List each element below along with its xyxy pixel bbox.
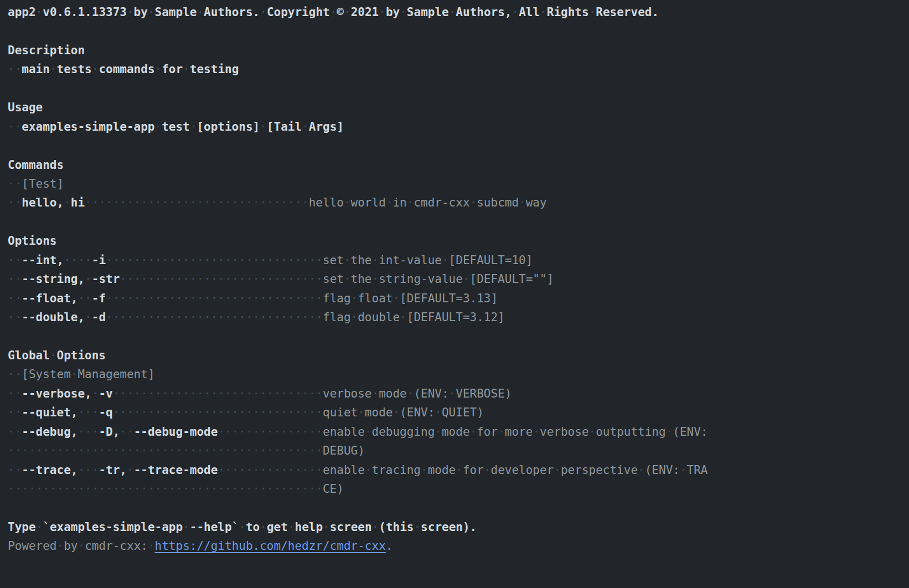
text-dim: mode bbox=[365, 406, 393, 419]
text-bright: --verbose, bbox=[22, 387, 91, 400]
whitespace-dots: · bbox=[50, 63, 57, 76]
whitespace-dots: · bbox=[50, 349, 57, 362]
text-dim: developer bbox=[491, 463, 554, 477]
text-bright: Authors. bbox=[204, 6, 260, 19]
text-dim: for bbox=[477, 425, 498, 439]
whitespace-dots: · bbox=[435, 425, 442, 439]
text-dim: by bbox=[64, 539, 78, 553]
text-bright: v0.6.1.13373 bbox=[43, 6, 127, 19]
whitespace-dots: · bbox=[344, 196, 351, 209]
text-bright: -i bbox=[92, 254, 106, 267]
whitespace-dots: · bbox=[190, 120, 197, 133]
whitespace-dots: · bbox=[407, 387, 414, 400]
whitespace-dots: · bbox=[78, 539, 85, 553]
whitespace-dots: · bbox=[638, 463, 645, 477]
cmdr-cxx-link[interactable]: https://github.com/hedzr/cmdr-cxx bbox=[155, 539, 386, 553]
command-row-hello: ··hello,·hi·····························… bbox=[8, 193, 909, 212]
option-row-verbose: ··--verbose,·-v·························… bbox=[8, 384, 909, 403]
option-row-trace-wrap: ········································… bbox=[8, 479, 909, 498]
whitespace-dots: ·· bbox=[8, 272, 22, 286]
option-row-int: ··--int,····-i··························… bbox=[8, 251, 909, 270]
text-dim: . bbox=[386, 539, 393, 553]
section-heading-options: Options bbox=[8, 231, 909, 250]
section-heading-commands: Commands bbox=[8, 156, 909, 174]
text-bright: examples-simple-app bbox=[22, 120, 154, 133]
whitespace-dots: ······························ bbox=[113, 406, 323, 419]
text-bright: help bbox=[295, 520, 323, 534]
text-bright: 2021 bbox=[351, 6, 379, 19]
text-bright: All bbox=[519, 6, 540, 19]
text-bright: -d bbox=[92, 311, 106, 324]
text-bright: © bbox=[337, 6, 344, 19]
blank-line bbox=[8, 327, 909, 345]
text-dim: int-value bbox=[379, 254, 442, 267]
text-bright: Options bbox=[8, 234, 57, 247]
whitespace-dots: · bbox=[36, 520, 43, 534]
whitespace-dots: · bbox=[392, 292, 400, 305]
text-bright: Authors, bbox=[456, 6, 512, 19]
whitespace-dots: · bbox=[414, 520, 421, 534]
whitespace-dots: · bbox=[36, 6, 43, 19]
whitespace-dots: · bbox=[666, 425, 673, 439]
whitespace-dots: · bbox=[498, 425, 505, 439]
whitespace-dots: · bbox=[372, 520, 379, 534]
whitespace-dots: · bbox=[540, 6, 547, 19]
whitespace-dots: · bbox=[155, 120, 162, 133]
whitespace-dots: ··· bbox=[78, 425, 99, 439]
text-bright: -str bbox=[92, 272, 120, 286]
option-row-string: ··--string,·-str························… bbox=[8, 270, 909, 288]
whitespace-dots: · bbox=[365, 425, 372, 439]
whitespace-dots: · bbox=[344, 6, 351, 19]
whitespace-dots: ··············· bbox=[218, 463, 323, 477]
text-bright: --help` bbox=[190, 520, 239, 534]
text-dim: float bbox=[358, 292, 392, 305]
text-bright: testing bbox=[190, 63, 239, 76]
whitespace-dots: · bbox=[589, 6, 596, 19]
text-bright: hi bbox=[71, 196, 85, 209]
text-bright: screen bbox=[330, 520, 372, 534]
option-row-quiet: ··--quiet,···-q·························… bbox=[8, 403, 909, 422]
whitespace-dots: · bbox=[351, 292, 358, 305]
text-bright: for bbox=[162, 63, 183, 76]
whitespace-dots: · bbox=[680, 463, 687, 477]
text-dim: set bbox=[323, 272, 344, 286]
text-dim: verbose bbox=[323, 387, 372, 400]
text-dim: debugging bbox=[372, 425, 435, 439]
whitespace-dots: ·· bbox=[78, 292, 91, 305]
text-bright: --debug-mode bbox=[134, 425, 218, 439]
text-dim: the bbox=[351, 254, 372, 267]
whitespace-dots: ······························· bbox=[106, 292, 323, 305]
whitespace-dots: · bbox=[344, 254, 351, 267]
text-dim: flag bbox=[323, 311, 351, 324]
blank-line bbox=[8, 79, 909, 98]
text-dim: more bbox=[505, 425, 533, 439]
whitespace-dots: · bbox=[470, 196, 477, 209]
text-bright: by bbox=[134, 6, 148, 19]
powered-by-line: Powered·by·cmdr-cxx:·https://github.com/… bbox=[8, 537, 909, 555]
text-bright: Description bbox=[8, 44, 85, 57]
whitespace-dots: · bbox=[288, 520, 295, 534]
whitespace-dots: ·· bbox=[8, 311, 22, 324]
text-bright: `examples-simple-app bbox=[43, 520, 183, 534]
text-bright: Args] bbox=[309, 120, 344, 133]
text-bright: --int, bbox=[22, 254, 64, 267]
whitespace-dots: ··· bbox=[78, 463, 99, 477]
whitespace-dots: · bbox=[260, 520, 267, 534]
text-dim: Powered bbox=[8, 539, 57, 553]
whitespace-dots: · bbox=[372, 254, 379, 267]
whitespace-dots: · bbox=[449, 6, 456, 19]
whitespace-dots: · bbox=[442, 254, 449, 267]
text-bright: Reserved. bbox=[596, 6, 659, 19]
help-hint-line: Type·`examples-simple-app·--help`·to·get… bbox=[8, 518, 909, 537]
whitespace-dots: · bbox=[386, 196, 393, 209]
text-dim: verbose bbox=[540, 425, 589, 439]
text-bright: Rights bbox=[547, 6, 589, 19]
text-bright: app2 bbox=[8, 6, 36, 19]
text-bright: [Tail bbox=[267, 120, 302, 133]
whitespace-dots: ·· bbox=[8, 120, 22, 133]
whitespace-dots: · bbox=[183, 520, 190, 534]
whitespace-dots: · bbox=[330, 6, 337, 19]
text-dim: enable bbox=[323, 463, 365, 477]
text-dim: subcmd bbox=[477, 196, 519, 209]
text-bright: --quiet, bbox=[22, 406, 78, 419]
